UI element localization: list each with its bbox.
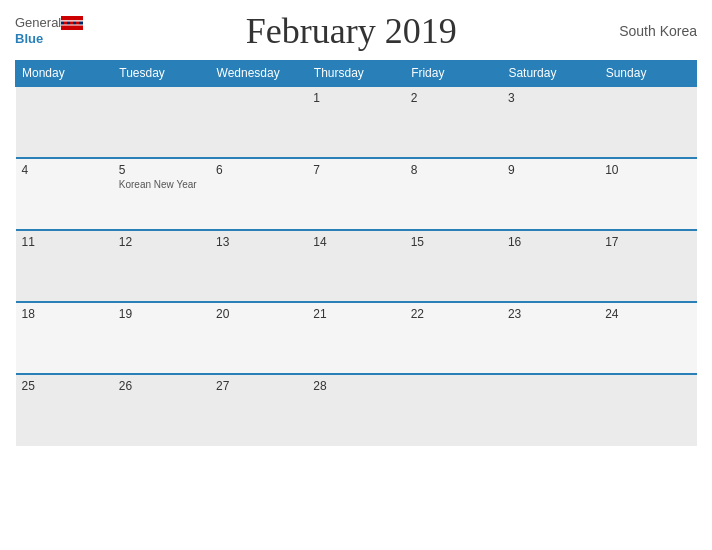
- day-number: 21: [313, 307, 398, 321]
- weekday-header-row: Monday Tuesday Wednesday Thursday Friday…: [16, 61, 697, 87]
- calendar-cell: [210, 86, 307, 158]
- event-label: Korean New Year: [119, 179, 204, 190]
- day-number: 17: [605, 235, 690, 249]
- day-number: 4: [22, 163, 107, 177]
- svg-rect-8: [73, 22, 76, 25]
- logo-flag-icon: [61, 16, 83, 30]
- day-number: 1: [313, 91, 398, 105]
- header-thursday: Thursday: [307, 61, 404, 87]
- svg-rect-3: [61, 26, 83, 31]
- day-number: 18: [22, 307, 107, 321]
- calendar-cell: 8: [405, 158, 502, 230]
- calendar-cell: 12: [113, 230, 210, 302]
- calendar-cell: 4: [16, 158, 113, 230]
- calendar-cell: 16: [502, 230, 599, 302]
- calendar-cell: 24: [599, 302, 696, 374]
- day-number: 9: [508, 163, 593, 177]
- calendar-cell: 11: [16, 230, 113, 302]
- day-number: 5: [119, 163, 204, 177]
- day-number: 12: [119, 235, 204, 249]
- week-row-2: 45Korean New Year678910: [16, 158, 697, 230]
- calendar-cell: 1: [307, 86, 404, 158]
- day-number: 8: [411, 163, 496, 177]
- header-friday: Friday: [405, 61, 502, 87]
- calendar-cell: [113, 86, 210, 158]
- calendar-cell: 28: [307, 374, 404, 446]
- calendar-cell: 23: [502, 302, 599, 374]
- calendar-title: February 2019: [83, 10, 619, 52]
- svg-rect-6: [67, 22, 70, 25]
- day-number: 2: [411, 91, 496, 105]
- day-number: 14: [313, 235, 398, 249]
- svg-rect-4: [61, 22, 64, 25]
- day-number: 7: [313, 163, 398, 177]
- calendar-container: General Blue February 2019: [0, 0, 712, 550]
- calendar-cell: 6: [210, 158, 307, 230]
- calendar-cell: 26: [113, 374, 210, 446]
- calendar-cell: 18: [16, 302, 113, 374]
- calendar-cell: [599, 86, 696, 158]
- day-number: 19: [119, 307, 204, 321]
- calendar-cell: 3: [502, 86, 599, 158]
- day-number: 13: [216, 235, 301, 249]
- week-row-5: 25262728: [16, 374, 697, 446]
- calendar-cell: 27: [210, 374, 307, 446]
- header-wednesday: Wednesday: [210, 61, 307, 87]
- calendar-cell: [16, 86, 113, 158]
- calendar-cell: 19: [113, 302, 210, 374]
- logo-general-text: General: [15, 15, 61, 31]
- calendar-grid: Monday Tuesday Wednesday Thursday Friday…: [15, 60, 697, 446]
- header-tuesday: Tuesday: [113, 61, 210, 87]
- day-number: 23: [508, 307, 593, 321]
- calendar-cell: [405, 374, 502, 446]
- day-number: 24: [605, 307, 690, 321]
- calendar-cell: 7: [307, 158, 404, 230]
- title-area: February 2019: [83, 10, 619, 52]
- logo-blue-text: Blue: [15, 31, 43, 47]
- calendar-cell: 17: [599, 230, 696, 302]
- calendar-cell: 10: [599, 158, 696, 230]
- calendar-cell: 13: [210, 230, 307, 302]
- calendar-cell: 22: [405, 302, 502, 374]
- week-row-1: 123: [16, 86, 697, 158]
- svg-rect-7: [70, 22, 73, 25]
- calendar-cell: 9: [502, 158, 599, 230]
- header-sunday: Sunday: [599, 61, 696, 87]
- day-number: 28: [313, 379, 398, 393]
- calendar-cell: 5Korean New Year: [113, 158, 210, 230]
- day-number: 10: [605, 163, 690, 177]
- calendar-cell: 21: [307, 302, 404, 374]
- calendar-cell: [502, 374, 599, 446]
- day-number: 20: [216, 307, 301, 321]
- week-row-4: 18192021222324: [16, 302, 697, 374]
- day-number: 16: [508, 235, 593, 249]
- week-row-3: 11121314151617: [16, 230, 697, 302]
- svg-rect-5: [64, 22, 67, 25]
- day-number: 6: [216, 163, 301, 177]
- calendar-cell: 20: [210, 302, 307, 374]
- calendar-cell: 2: [405, 86, 502, 158]
- day-number: 15: [411, 235, 496, 249]
- svg-rect-9: [76, 22, 79, 25]
- calendar-cell: 15: [405, 230, 502, 302]
- day-number: 26: [119, 379, 204, 393]
- day-number: 27: [216, 379, 301, 393]
- country-label: South Korea: [619, 23, 697, 39]
- calendar-cell: 14: [307, 230, 404, 302]
- day-number: 22: [411, 307, 496, 321]
- calendar-header: General Blue February 2019: [15, 10, 697, 52]
- header-monday: Monday: [16, 61, 113, 87]
- svg-rect-1: [61, 16, 83, 21]
- day-number: 11: [22, 235, 107, 249]
- logo: General Blue: [15, 15, 83, 46]
- calendar-cell: 25: [16, 374, 113, 446]
- day-number: 25: [22, 379, 107, 393]
- header-saturday: Saturday: [502, 61, 599, 87]
- calendar-cell: [599, 374, 696, 446]
- day-number: 3: [508, 91, 593, 105]
